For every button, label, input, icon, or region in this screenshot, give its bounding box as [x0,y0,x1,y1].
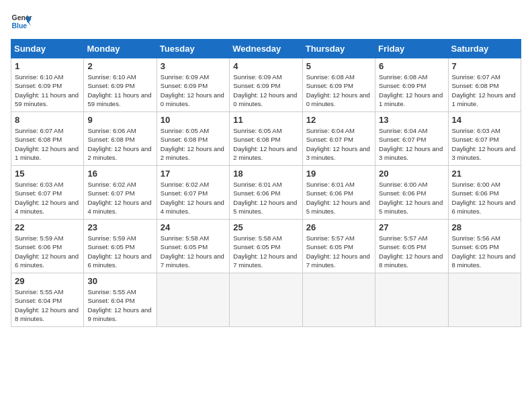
calendar-day-cell [448,273,521,327]
calendar-day-cell [302,273,375,327]
day-number: 12 [306,115,372,125]
day-number: 26 [306,222,372,232]
logo-icon: General Blue [11,11,32,32]
day-info: Sunrise: 6:08 AMSunset: 6:09 PMDaylight:… [379,73,445,108]
calendar-day-cell: 20Sunrise: 6:00 AMSunset: 6:06 PMDayligh… [375,166,448,220]
day-info: Sunrise: 6:07 AMSunset: 6:08 PMDaylight:… [452,73,518,108]
calendar-day-cell: 12Sunrise: 6:04 AMSunset: 6:07 PMDayligh… [302,112,375,166]
day-info: Sunrise: 6:05 AMSunset: 6:08 PMDaylight:… [233,126,299,162]
calendar-day-cell: 23Sunrise: 5:59 AMSunset: 6:05 PMDayligh… [84,220,157,273]
day-info: Sunrise: 6:08 AMSunset: 6:09 PMDaylight:… [306,73,372,108]
day-info: Sunrise: 6:04 AMSunset: 6:07 PMDaylight:… [379,126,445,162]
day-info: Sunrise: 5:58 AMSunset: 6:05 PMDaylight:… [161,234,226,269]
calendar-day-cell: 30Sunrise: 5:55 AMSunset: 6:04 PMDayligh… [84,273,157,327]
calendar-header-tuesday: Tuesday [157,40,229,58]
day-info: Sunrise: 6:03 AMSunset: 6:07 PMDaylight:… [452,126,518,162]
calendar-header-sunday: Sunday [11,40,84,58]
calendar-day-cell [375,273,448,327]
day-number: 17 [161,169,226,179]
calendar-day-cell: 16Sunrise: 6:02 AMSunset: 6:07 PMDayligh… [84,166,157,220]
calendar-day-cell: 13Sunrise: 6:04 AMSunset: 6:07 PMDayligh… [375,112,448,166]
calendar-header-row: SundayMondayTuesdayWednesdayThursdayFrid… [11,40,521,58]
svg-text:Blue: Blue [12,22,28,30]
calendar-day-cell: 10Sunrise: 6:05 AMSunset: 6:08 PMDayligh… [157,112,229,166]
calendar-day-cell: 28Sunrise: 5:56 AMSunset: 6:05 PMDayligh… [448,220,521,273]
calendar-body: 1Sunrise: 6:10 AMSunset: 6:09 PMDaylight… [11,58,521,327]
calendar-header-saturday: Saturday [448,40,521,58]
calendar-day-cell: 29Sunrise: 5:55 AMSunset: 6:04 PMDayligh… [11,273,84,327]
calendar-day-cell: 3Sunrise: 6:09 AMSunset: 6:09 PMDaylight… [157,58,229,112]
calendar-day-cell: 15Sunrise: 6:03 AMSunset: 6:07 PMDayligh… [11,166,84,220]
calendar-day-cell: 5Sunrise: 6:08 AMSunset: 6:09 PMDaylight… [302,58,375,112]
day-info: Sunrise: 6:01 AMSunset: 6:06 PMDaylight:… [233,180,299,216]
day-info: Sunrise: 5:56 AMSunset: 6:05 PMDaylight:… [452,234,518,269]
day-info: Sunrise: 5:58 AMSunset: 6:05 PMDaylight:… [233,234,299,269]
day-info: Sunrise: 6:02 AMSunset: 6:07 PMDaylight:… [161,180,226,216]
day-number: 13 [379,115,445,125]
day-number: 27 [379,222,445,232]
calendar-week-row: 1Sunrise: 6:10 AMSunset: 6:09 PMDaylight… [11,58,521,112]
day-number: 6 [379,61,445,71]
day-info: Sunrise: 5:59 AMSunset: 6:06 PMDaylight:… [15,234,81,269]
logo: General Blue [11,11,35,32]
day-info: Sunrise: 5:57 AMSunset: 6:05 PMDaylight:… [379,234,445,269]
day-number: 8 [15,115,81,125]
calendar-day-cell: 24Sunrise: 5:58 AMSunset: 6:05 PMDayligh… [157,220,229,273]
day-number: 24 [161,222,226,232]
day-number: 23 [87,222,153,232]
calendar-day-cell: 19Sunrise: 6:01 AMSunset: 6:06 PMDayligh… [302,166,375,220]
page-header: General Blue [11,11,521,32]
calendar-header-friday: Friday [375,40,448,58]
calendar-day-cell: 18Sunrise: 6:01 AMSunset: 6:06 PMDayligh… [230,166,302,220]
calendar-day-cell: 8Sunrise: 6:07 AMSunset: 6:08 PMDaylight… [11,112,84,166]
day-number: 19 [306,169,372,179]
day-info: Sunrise: 6:09 AMSunset: 6:09 PMDaylight:… [233,73,299,108]
day-info: Sunrise: 5:55 AMSunset: 6:04 PMDaylight:… [15,287,81,323]
day-number: 21 [452,169,518,179]
day-info: Sunrise: 6:07 AMSunset: 6:08 PMDaylight:… [15,126,81,162]
day-info: Sunrise: 6:10 AMSunset: 6:09 PMDaylight:… [87,73,153,108]
day-info: Sunrise: 6:10 AMSunset: 6:09 PMDaylight:… [15,73,81,108]
calendar-day-cell: 26Sunrise: 5:57 AMSunset: 6:05 PMDayligh… [302,220,375,273]
day-info: Sunrise: 6:09 AMSunset: 6:09 PMDaylight:… [161,73,226,108]
day-number: 10 [161,115,226,125]
calendar-day-cell [230,273,302,327]
calendar-week-row: 8Sunrise: 6:07 AMSunset: 6:08 PMDaylight… [11,112,521,166]
calendar-header-monday: Monday [84,40,157,58]
calendar-day-cell: 17Sunrise: 6:02 AMSunset: 6:07 PMDayligh… [157,166,229,220]
calendar-day-cell [157,273,229,327]
day-number: 2 [87,61,153,71]
calendar-day-cell: 9Sunrise: 6:06 AMSunset: 6:08 PMDaylight… [84,112,157,166]
calendar-day-cell: 1Sunrise: 6:10 AMSunset: 6:09 PMDaylight… [11,58,84,112]
day-info: Sunrise: 6:00 AMSunset: 6:06 PMDaylight:… [452,180,518,216]
calendar-day-cell: 14Sunrise: 6:03 AMSunset: 6:07 PMDayligh… [448,112,521,166]
calendar-day-cell: 21Sunrise: 6:00 AMSunset: 6:06 PMDayligh… [448,166,521,220]
calendar-week-row: 15Sunrise: 6:03 AMSunset: 6:07 PMDayligh… [11,166,521,220]
day-number: 18 [233,169,299,179]
day-info: Sunrise: 6:03 AMSunset: 6:07 PMDaylight:… [15,180,81,216]
day-number: 11 [233,115,299,125]
day-number: 1 [15,61,81,71]
day-number: 28 [452,222,518,232]
calendar-day-cell: 4Sunrise: 6:09 AMSunset: 6:09 PMDaylight… [230,58,302,112]
day-info: Sunrise: 5:55 AMSunset: 6:04 PMDaylight:… [87,287,153,323]
day-number: 20 [379,169,445,179]
day-number: 25 [233,222,299,232]
day-info: Sunrise: 6:01 AMSunset: 6:06 PMDaylight:… [306,180,372,216]
calendar-day-cell: 2Sunrise: 6:10 AMSunset: 6:09 PMDaylight… [84,58,157,112]
day-info: Sunrise: 6:04 AMSunset: 6:07 PMDaylight:… [306,126,372,162]
day-number: 7 [452,61,518,71]
calendar-day-cell: 27Sunrise: 5:57 AMSunset: 6:05 PMDayligh… [375,220,448,273]
day-info: Sunrise: 5:59 AMSunset: 6:05 PMDaylight:… [87,234,153,269]
calendar-table: SundayMondayTuesdayWednesdayThursdayFrid… [11,39,521,327]
calendar-day-cell: 25Sunrise: 5:58 AMSunset: 6:05 PMDayligh… [230,220,302,273]
day-number: 9 [87,115,153,125]
day-info: Sunrise: 5:57 AMSunset: 6:05 PMDaylight:… [306,234,372,269]
calendar-day-cell: 11Sunrise: 6:05 AMSunset: 6:08 PMDayligh… [230,112,302,166]
day-number: 3 [161,61,226,71]
calendar-header-wednesday: Wednesday [230,40,302,58]
day-number: 14 [452,115,518,125]
day-number: 22 [15,222,81,232]
day-number: 16 [87,169,153,179]
calendar-day-cell: 6Sunrise: 6:08 AMSunset: 6:09 PMDaylight… [375,58,448,112]
